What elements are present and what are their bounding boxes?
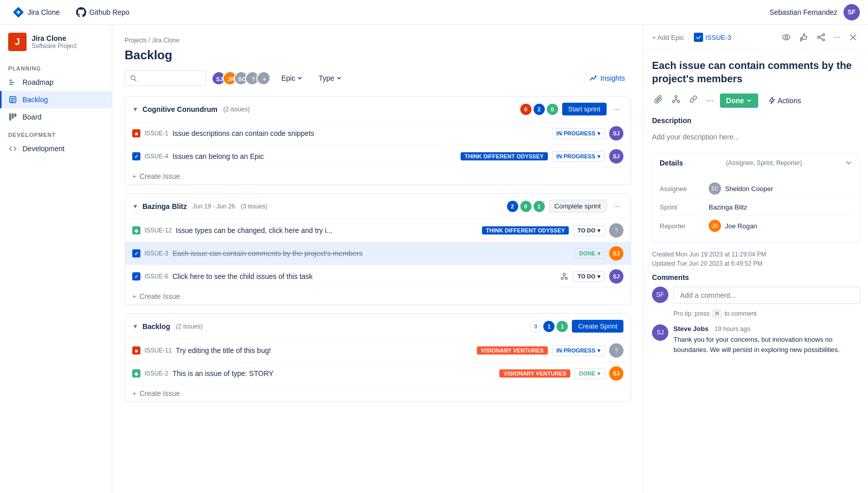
badge-b-green1: 0 (520, 201, 532, 212)
issue-row-2[interactable]: ◆ ISSUE-2 This is an issue of type: STOR… (125, 362, 631, 385)
done-button[interactable]: Done (720, 93, 758, 108)
breadcrumb-project[interactable]: Jira Clone (152, 37, 179, 44)
development-icon (8, 144, 17, 153)
badge-backlog-outline: 0 (530, 321, 541, 332)
sprint-bazinga-header[interactable]: ▼ Bazinga Blitz Jun 19 - Jun 26 (3 issue… (125, 194, 631, 219)
thumbsup-button[interactable] (797, 31, 810, 44)
panel-issue-id[interactable]: ISSUE-3 (705, 34, 731, 41)
add-epic-btn[interactable]: + Add Epic (652, 34, 684, 41)
epic-chevron-icon (297, 76, 302, 81)
search-input[interactable] (139, 74, 201, 82)
copy-link-button[interactable] (687, 92, 700, 108)
status-3[interactable]: DONE ▾ (574, 248, 605, 259)
sprint-cognitive-actions: Start sprint ··· (562, 103, 623, 115)
svg-point-22 (817, 36, 819, 38)
assignee-value: SC Sheldon Cooper (709, 182, 773, 195)
create-issue-backlog[interactable]: + Create Issue (125, 385, 631, 402)
jira-logo[interactable]: Jira Clone (8, 4, 64, 20)
details-header[interactable]: Details (Assignee, Sprint, Reporter) (653, 154, 859, 172)
avatar-issue-2: SJ (609, 366, 623, 381)
app-icon: J (8, 33, 27, 51)
assignee-name: Sheldon Cooper (725, 185, 773, 193)
github-link[interactable]: Github Repo (72, 5, 134, 19)
epic-tag-4: THINK DIFFERENT ODYSSEY (461, 152, 548, 160)
description-heading: Description (652, 116, 860, 125)
sprint-cognitive-more[interactable]: ··· (611, 104, 623, 115)
status-12[interactable]: TO DO ▾ (573, 225, 605, 236)
actions-button[interactable]: Actions (762, 93, 806, 108)
search-box[interactable] (125, 71, 206, 86)
link-issues-button[interactable] (669, 92, 683, 108)
epic-tag-2: VISIONARY VENTURES (499, 369, 570, 378)
sidebar-app-name: Jira Clone (32, 34, 77, 42)
reporter-label: Reporter (660, 222, 701, 230)
badge-backlog-green: 1 (557, 321, 568, 332)
details-section: Details (Assignee, Sprint, Reporter) Ass… (652, 153, 860, 243)
sprint-backlog-chevron: ▼ (132, 323, 138, 330)
reporter-row: Reporter JR Joe Rogan (660, 216, 852, 236)
comment-input[interactable]: Add a comment... (673, 287, 860, 304)
roadmap-label: Roadmap (22, 78, 54, 86)
issue-row-11[interactable]: ■ ISSUE-11 Try editing the title of this… (125, 339, 631, 362)
issue-title-1: Issue descriptions can contain code snip… (173, 129, 548, 137)
sidebar-item-development[interactable]: Development (0, 140, 112, 157)
roadmap-icon (8, 78, 17, 87)
epic-filter[interactable]: Epic (276, 71, 308, 85)
issue-row-3[interactable]: ✓ ISSUE-3 Each issue can contain comment… (125, 242, 631, 265)
user-avatar[interactable]: SF (843, 4, 860, 20)
issue-row-12[interactable]: ◆ ISSUE-12 Issue types can be changed, c… (125, 219, 631, 242)
share-button[interactable] (814, 31, 828, 44)
right-panel: + Add Epic / ISSUE-3 (643, 25, 868, 493)
attach-button[interactable] (652, 92, 665, 108)
create-issue-bazinga[interactable]: + Create Issue (125, 288, 631, 304)
create-sprint-button[interactable]: Create Sprint (572, 320, 623, 333)
start-sprint-button[interactable]: Start sprint (562, 103, 607, 115)
sidebar-header: J Jira Clone Software Project (0, 25, 112, 59)
nav-right: Sebastian Fernandez SF (769, 4, 860, 20)
breadcrumb-projects[interactable]: Projects (125, 37, 147, 44)
status-6[interactable]: TO DO ▾ (573, 271, 605, 282)
description-placeholder[interactable]: Add your description here... (652, 129, 860, 145)
insights-button[interactable]: Insights (583, 71, 631, 85)
task-icon-3: ✓ (132, 249, 140, 257)
sidebar-item-roadmap[interactable]: Roadmap (0, 74, 112, 91)
issue-row-1[interactable]: ■ ISSUE-1 Issue descriptions can contain… (125, 122, 631, 145)
create-issue-cognitive[interactable]: + Create Issue (125, 168, 631, 184)
watch-button[interactable] (780, 31, 793, 44)
comment-author-0: Steve Jobs (673, 325, 709, 333)
done-chevron-icon (746, 98, 752, 104)
status-1[interactable]: IN PROGRESS ▾ (552, 128, 605, 139)
status-4[interactable]: IN PROGRESS ▾ (552, 151, 605, 162)
sprint-backlog-count: (2 issues) (174, 323, 202, 330)
github-label: Github Repo (89, 8, 130, 16)
complete-sprint-button[interactable]: Complete sprint (549, 200, 607, 213)
svg-point-18 (783, 35, 790, 40)
panel-more-btn[interactable]: ··· (704, 93, 716, 108)
issue-row-6[interactable]: ✓ ISSUE-6 Click here to see the child is… (125, 265, 631, 288)
sidebar-item-board[interactable]: Board (0, 108, 112, 126)
more-options-button[interactable]: ··· (832, 31, 842, 44)
user-name: Sebastian Fernandez (769, 8, 837, 16)
story-icon-12: ◆ (132, 226, 140, 234)
type-filter[interactable]: Type (313, 71, 347, 85)
issue-title-6: Click here to see the child issues of th… (173, 272, 556, 280)
sprint-bazinga-count: (3 issues) (239, 203, 267, 210)
sprint-backlog-header[interactable]: ▼ Backlog (2 issues) 0 1 1 Create Sprint (125, 314, 631, 339)
sprint-bazinga-chevron: ▼ (132, 203, 138, 210)
development-label: DEVELOPMENT (0, 126, 112, 140)
comment-input-row: SF Add a comment... (652, 287, 860, 304)
sprint-bazinga-more[interactable]: ··· (611, 201, 623, 212)
status-2[interactable]: DONE ▾ (574, 368, 605, 379)
panel-actions-row: ··· Done Actions (652, 92, 860, 108)
avatar-group: SJ JR SC ? + (211, 71, 271, 85)
avatar-issue-6: SJ (609, 269, 623, 284)
epic-tag-12: THINK DIFFERENT ODYSSEY (482, 226, 569, 234)
main-layout: J Jira Clone Software Project PLANNING R… (0, 25, 868, 493)
close-panel-button[interactable] (847, 31, 860, 44)
issue-id-3: ISSUE-3 (144, 250, 168, 257)
sprint-cognitive-header[interactable]: ▼ Cognitive Conundrum (2 issues) 0 2 0 S… (125, 97, 631, 122)
issue-row-4[interactable]: ✓ ISSUE-4 Issues can belong to an Epic T… (125, 145, 631, 168)
lightning-icon (767, 97, 776, 105)
sidebar-item-backlog[interactable]: Backlog (0, 91, 112, 108)
status-11[interactable]: IN PROGRESS ▾ (552, 345, 605, 356)
